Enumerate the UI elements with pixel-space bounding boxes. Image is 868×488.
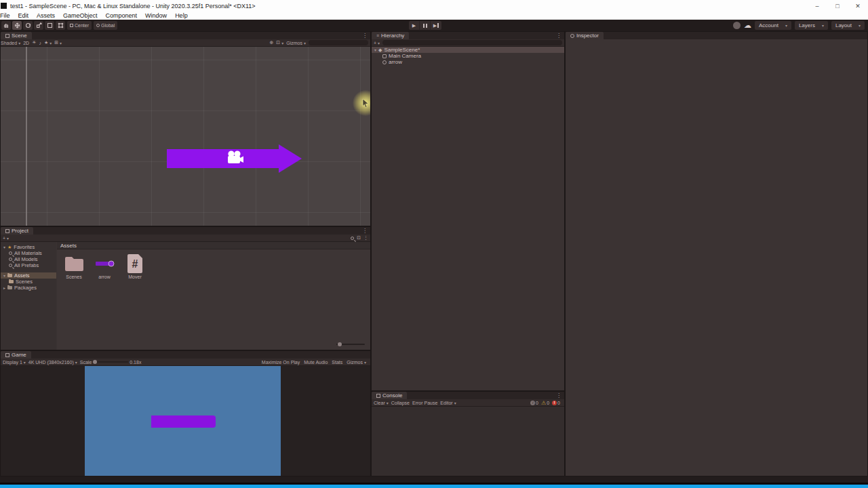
asset-scenes-folder[interactable]: Scenes bbox=[62, 254, 86, 279]
tab-scene[interactable]: Scene bbox=[1, 32, 32, 39]
hierarchy-add-button[interactable]: + ▾ bbox=[374, 41, 380, 45]
foldout-arrow-icon[interactable]: ▸ bbox=[3, 285, 5, 290]
menu-edit[interactable]: Edit bbox=[14, 12, 33, 19]
hierarchy-item-arrow[interactable]: arrow bbox=[372, 59, 564, 65]
scene-search-input[interactable] bbox=[309, 40, 368, 45]
mute-audio-toggle[interactable]: Mute Audio bbox=[304, 360, 328, 365]
hierarchy-search-input[interactable] bbox=[382, 40, 562, 45]
display-label: Display 1 bbox=[3, 360, 22, 365]
console-clear-dropdown[interactable]: Clear ▾ bbox=[374, 401, 389, 405]
layout-dropdown[interactable]: Layout ▾ bbox=[831, 21, 865, 30]
hierarchy-panel-menu-icon[interactable]: ⋮ bbox=[553, 32, 564, 39]
scene-panel-menu-icon[interactable]: ⋮ bbox=[359, 32, 370, 39]
tab-console[interactable]: Console bbox=[372, 392, 407, 399]
project-add-button[interactable]: + ▾ bbox=[3, 236, 9, 241]
pivot-toggle-button[interactable]: Center bbox=[67, 21, 92, 30]
camera-object-icon bbox=[382, 54, 387, 58]
tree-item-assets[interactable]: ▾ Assets bbox=[1, 272, 56, 279]
tab-game[interactable]: Game bbox=[1, 351, 31, 359]
editor-label: Editor bbox=[440, 401, 452, 405]
game-viewport[interactable] bbox=[1, 366, 370, 476]
2d-toggle-button[interactable]: 2D bbox=[23, 41, 29, 45]
menu-gameobject[interactable]: GameObject bbox=[59, 12, 102, 19]
warning-filter-toggle[interactable]: ⚠ 0 bbox=[541, 401, 549, 405]
foldout-arrow-icon[interactable]: ▾ bbox=[374, 47, 376, 52]
step-button[interactable]: ▶ bbox=[431, 21, 441, 30]
asset-zoom-slider[interactable] bbox=[336, 342, 365, 347]
collab-icon[interactable] bbox=[733, 22, 741, 29]
hierarchy-item-main-camera[interactable]: Main Camera bbox=[372, 53, 564, 59]
scene-audio-toggle[interactable]: ♪ bbox=[39, 41, 41, 45]
display-dropdown[interactable]: Display 1 ▾ bbox=[3, 360, 26, 365]
move-tool-button[interactable] bbox=[12, 21, 22, 30]
scale-tool-button[interactable] bbox=[34, 21, 43, 30]
error-filter-toggle[interactable]: ! 0 bbox=[552, 401, 560, 405]
project-panel-menu-icon[interactable]: ⋮ bbox=[359, 227, 370, 235]
game-gizmos-dropdown[interactable]: Gizmos ▾ bbox=[347, 360, 366, 365]
project-lock-icon[interactable]: ⊡ bbox=[357, 235, 361, 241]
layers-dropdown[interactable]: Layers ▾ bbox=[795, 21, 828, 30]
scale-slider[interactable] bbox=[93, 361, 128, 363]
tree-item-all-models[interactable]: All Models bbox=[1, 256, 56, 262]
video-progress-bar bbox=[0, 485, 868, 488]
tree-item-favorites[interactable]: ▾ ★ Favorites bbox=[1, 244, 56, 250]
tab-hierarchy[interactable]: ≡ Hierarchy bbox=[372, 32, 409, 39]
foldout-arrow-icon[interactable]: ▾ bbox=[3, 245, 5, 249]
scene-grid-dropdown[interactable]: ⊞▾ bbox=[54, 40, 62, 45]
pause-button[interactable] bbox=[420, 21, 431, 30]
tab-project[interactable]: Project bbox=[1, 227, 33, 235]
project-menu-icon[interactable]: ⋮ bbox=[363, 235, 368, 241]
console-log-area bbox=[372, 407, 564, 476]
pivot-icon bbox=[70, 24, 73, 27]
stats-toggle[interactable]: Stats bbox=[332, 360, 342, 365]
space-toggle-button[interactable]: Global bbox=[94, 21, 117, 30]
account-dropdown[interactable]: Account ▾ bbox=[755, 21, 791, 30]
tab-inspector[interactable]: Inspector bbox=[566, 32, 604, 39]
menu-file[interactable]: File bbox=[0, 12, 14, 19]
slider-knob[interactable] bbox=[338, 342, 342, 346]
maximize-on-play-toggle[interactable]: Maximize On Play bbox=[262, 360, 300, 365]
shading-mode-dropdown[interactable]: Shaded ▾ bbox=[1, 41, 20, 45]
menu-window[interactable]: Window bbox=[141, 12, 171, 19]
asset-arrow-sprite[interactable]: arrow bbox=[92, 254, 117, 279]
console-collapse-toggle[interactable]: Collapse bbox=[391, 401, 410, 405]
arrow-sprite-head[interactable] bbox=[279, 144, 302, 173]
rect-tool-button[interactable] bbox=[45, 21, 54, 30]
menu-assets[interactable]: Assets bbox=[33, 12, 59, 19]
tree-item-all-materials[interactable]: All Materials bbox=[1, 250, 56, 256]
info-filter-toggle[interactable]: i 0 bbox=[530, 401, 538, 405]
transform-tool-button[interactable] bbox=[56, 21, 65, 30]
breadcrumb: Assets bbox=[57, 242, 370, 249]
project-search-icon[interactable] bbox=[351, 237, 354, 240]
close-button[interactable]: ✕ bbox=[848, 0, 868, 12]
slider-knob[interactable] bbox=[93, 360, 97, 364]
play-button[interactable]: ▶ bbox=[409, 21, 420, 30]
tree-item-scenes[interactable]: Scenes bbox=[1, 279, 56, 285]
console-panel-menu-icon[interactable]: ⋮ bbox=[553, 392, 564, 399]
maximize-button[interactable]: □ bbox=[827, 0, 848, 12]
rotate-tool-button[interactable] bbox=[23, 21, 33, 30]
gizmos-dropdown[interactable]: Gizmos ▾ bbox=[286, 41, 306, 45]
scene-viewport[interactable] bbox=[1, 47, 370, 226]
menu-help[interactable]: Help bbox=[171, 12, 192, 19]
menu-component[interactable]: Component bbox=[102, 12, 142, 19]
tree-item-all-prefabs[interactable]: All Prefabs bbox=[1, 262, 56, 268]
console-error-pause-toggle[interactable]: Error Pause bbox=[412, 401, 437, 405]
scene-lighting-toggle[interactable]: ☀ bbox=[32, 40, 36, 45]
chevron-down-icon: ▾ bbox=[859, 23, 861, 28]
scene-camera-dropdown[interactable]: ⊡▾ bbox=[276, 40, 283, 45]
scene-effects-dropdown[interactable]: ★▾ bbox=[44, 40, 52, 45]
resolution-dropdown[interactable]: 4K UHD (3840x2160) ▾ bbox=[28, 360, 77, 365]
hand-tool-button[interactable] bbox=[1, 21, 11, 30]
camera-gizmo-icon[interactable] bbox=[226, 150, 243, 165]
arrow-sprite-shaft[interactable] bbox=[167, 149, 279, 168]
console-editor-dropdown[interactable]: Editor ▾ bbox=[440, 401, 456, 405]
minimize-button[interactable]: – bbox=[807, 0, 827, 12]
cloud-icon[interactable]: ☁ bbox=[744, 22, 751, 29]
hierarchy-item-scene[interactable]: ▾ ◆ SampleScene* bbox=[372, 47, 564, 53]
gizmos-label: Gizmos bbox=[286, 41, 302, 45]
asset-script-file[interactable]: # Mover bbox=[123, 254, 147, 279]
tool-handle-icon[interactable]: ⊕ bbox=[269, 40, 273, 45]
tree-item-packages[interactable]: ▸ Packages bbox=[1, 285, 56, 291]
foldout-arrow-icon[interactable]: ▾ bbox=[3, 273, 5, 278]
